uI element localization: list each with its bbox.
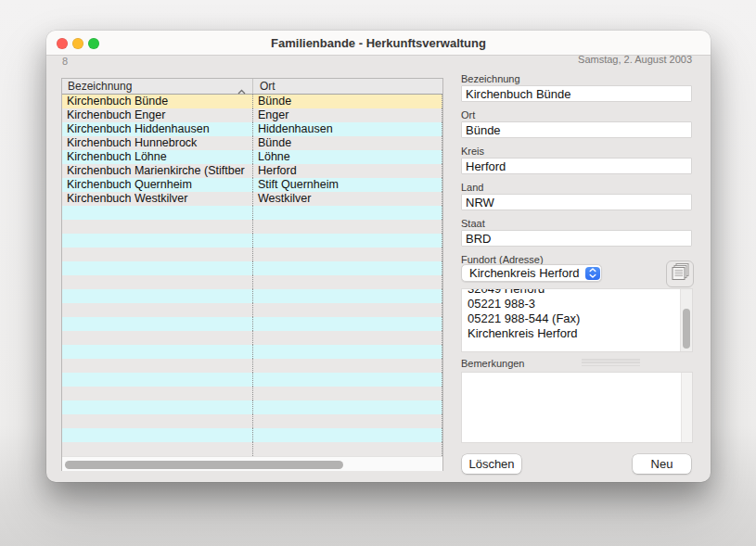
table-row[interactable]: [62, 331, 442, 345]
address-line: Kirchenkreis Herford: [468, 326, 692, 341]
cell-ort: [253, 345, 442, 359]
table-row[interactable]: Kirchenbuch HunnebrockBünde: [62, 136, 442, 150]
cell-bezeichnung: [62, 428, 253, 442]
table-row[interactable]: [62, 442, 442, 456]
address-preview[interactable]: 32049 Herford 05221 988-3 05221 988-544 …: [461, 288, 693, 352]
window-title: Familienbande - Herkunftsverwaltung: [46, 36, 711, 50]
cell-ort: [253, 317, 442, 331]
table-body: Kirchenbuch BündeBündeKirchenbuch EngerE…: [62, 95, 442, 456]
ort-field[interactable]: [461, 121, 692, 138]
table-row[interactable]: [62, 373, 442, 387]
table-row[interactable]: Kirchenbuch EngerEnger: [62, 108, 442, 122]
cell-bezeichnung: [62, 373, 253, 387]
address-line: 05221 988-3: [468, 297, 692, 311]
cell-bezeichnung: [62, 442, 253, 456]
table-row[interactable]: [62, 400, 442, 414]
table-row[interactable]: Kirchenbuch HiddenhausenHiddenhausen: [62, 122, 442, 136]
cell-ort: [253, 359, 442, 373]
horizontal-scrollbar-thumb[interactable]: [65, 461, 343, 469]
label-kreis: Kreis: [461, 146, 484, 157]
cell-ort: [253, 261, 442, 275]
cell-ort: Stift Quernheim: [253, 178, 442, 192]
address-line: 05221 988-544 (Fax): [468, 311, 692, 326]
new-button[interactable]: Neu: [633, 454, 691, 474]
label-ort: Ort: [461, 109, 475, 121]
cell-ort: Bünde: [253, 136, 442, 150]
cell-bezeichnung: [62, 331, 253, 345]
cell-bezeichnung: [62, 359, 253, 373]
table-row[interactable]: Kirchenbuch QuernheimStift Quernheim: [62, 178, 442, 192]
table-row[interactable]: Kirchenbuch LöhneLöhne: [62, 150, 442, 164]
table-row[interactable]: [62, 220, 442, 234]
cell-bezeichnung: [62, 400, 253, 414]
stacked-pages-icon: [670, 262, 690, 286]
cell-ort: [253, 414, 442, 428]
cell-ort: Löhne: [253, 150, 442, 164]
table-row[interactable]: [62, 317, 442, 331]
cell-ort: [253, 331, 442, 345]
address-scrollbar[interactable]: [680, 289, 692, 351]
cell-bezeichnung: Kirchenbuch Marienkirche (Stiftber: [62, 164, 253, 178]
cell-ort: [253, 248, 442, 261]
land-field[interactable]: [461, 194, 692, 210]
cell-bezeichnung: [62, 261, 253, 275]
cell-ort: [253, 275, 442, 289]
splitter-handle[interactable]: [582, 359, 640, 366]
bezeichnung-field[interactable]: [461, 85, 692, 102]
address-scrollbar-thumb[interactable]: [683, 309, 690, 349]
cell-ort: [253, 234, 442, 248]
table-row[interactable]: [62, 234, 442, 248]
label-staat: Staat: [461, 218, 485, 229]
cell-bezeichnung: Kirchenbuch Westkilver: [62, 192, 253, 206]
table-row[interactable]: [62, 261, 442, 275]
cell-bezeichnung: [62, 317, 253, 331]
cell-bezeichnung: [62, 234, 253, 248]
table-row[interactable]: [62, 275, 442, 289]
table-row[interactable]: Kirchenbuch Marienkirche (StiftberHerfor…: [62, 164, 442, 178]
table-row[interactable]: [62, 428, 442, 442]
table-row[interactable]: Kirchenbuch BündeBünde: [62, 95, 442, 108]
cell-bezeichnung: [62, 248, 253, 261]
column-header-bezeichnung[interactable]: Bezeichnung: [62, 79, 253, 94]
cell-ort: Herford: [253, 164, 442, 178]
cell-bezeichnung: [62, 303, 253, 317]
cell-ort: [253, 428, 442, 442]
table-row[interactable]: [62, 206, 442, 220]
table-row[interactable]: [62, 414, 442, 428]
delete-button[interactable]: Löschen: [462, 454, 521, 474]
table-row[interactable]: [62, 289, 442, 303]
cell-ort: [253, 289, 442, 303]
column-header-ort[interactable]: Ort: [253, 79, 442, 94]
titlebar: Familienbande - Herkunftsverwaltung: [46, 31, 711, 56]
label-land: Land: [461, 182, 483, 193]
address-lines: 32049 Herford 05221 988-3 05221 988-544 …: [462, 288, 692, 341]
table-row[interactable]: [62, 345, 442, 359]
address-line: 32049 Herford: [468, 288, 692, 297]
label-bemerkungen: Bemerkungen: [461, 358, 525, 369]
record-count: 8: [62, 56, 68, 67]
cell-ort: [253, 373, 442, 387]
table-row[interactable]: [62, 248, 442, 261]
cell-ort: [253, 220, 442, 234]
table-row[interactable]: [62, 387, 442, 400]
staat-field[interactable]: [461, 230, 692, 247]
kreis-field[interactable]: [461, 158, 692, 174]
fundort-select[interactable]: Kirchenkreis Herford: [461, 264, 602, 282]
copy-address-button[interactable]: [666, 260, 694, 287]
label-bezeichnung: Bezeichnung: [461, 73, 520, 84]
table-row[interactable]: [62, 303, 442, 317]
cell-ort: [253, 400, 442, 414]
table-row[interactable]: Kirchenbuch WestkilverWestkilver: [62, 192, 442, 206]
bemerkungen-field[interactable]: [461, 372, 693, 443]
cell-ort: [253, 442, 442, 456]
cell-ort: Hiddenhausen: [253, 122, 442, 136]
cell-ort: Enger: [253, 108, 442, 122]
cell-bezeichnung: [62, 275, 253, 289]
cell-bezeichnung: Kirchenbuch Hiddenhausen: [62, 122, 253, 136]
bemerkungen-scrollbar[interactable]: [681, 373, 692, 442]
table-row[interactable]: [62, 359, 442, 373]
table-header: Bezeichnung Ort: [62, 79, 442, 95]
horizontal-scrollbar[interactable]: [62, 456, 442, 471]
app-window: Familienbande - Herkunftsverwaltung 8 Sa…: [46, 31, 711, 482]
cell-bezeichnung: [62, 289, 253, 303]
